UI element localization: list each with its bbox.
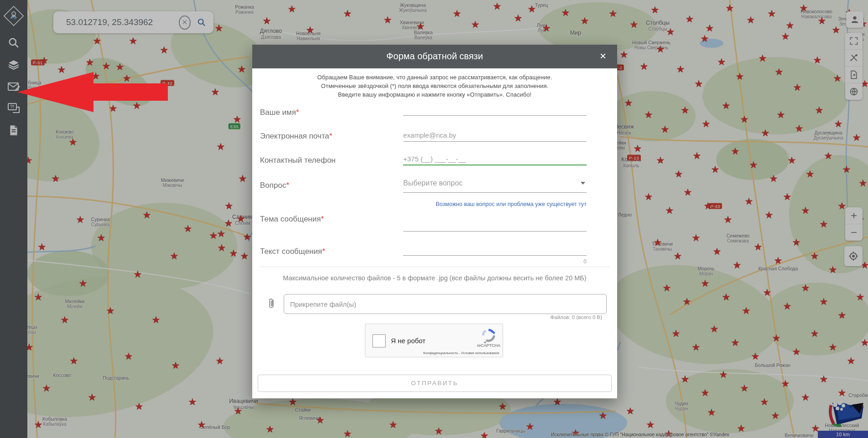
recaptcha-privacy-links[interactable]: Конфиденциальность - Условия использован…: [423, 351, 499, 355]
recaptcha-label: Я не робот: [391, 337, 426, 345]
question-select-value[interactable]: Выберите вопрос: [403, 179, 587, 187]
modal-header: Форма обратной связи ×: [252, 45, 617, 68]
recaptcha-logo-icon: [481, 328, 496, 343]
phone-input[interactable]: [403, 165, 587, 165]
intro-line-2: Отмеченные звёздочкой (*) поля ввода явл…: [252, 82, 617, 90]
question-label: Вопрос*: [260, 181, 289, 190]
intro-line-1: Обращаем Ваше внимание, что данный запро…: [252, 73, 617, 82]
phone-placeholder: +375 (__) ___-__-__: [403, 155, 587, 163]
feedback-form-modal: Форма обратной связи × Обращаем Ваше вни…: [252, 45, 617, 398]
question-select[interactable]: [403, 192, 587, 193]
email-placeholder: example@nca.by: [403, 131, 587, 139]
close-icon[interactable]: ×: [600, 51, 606, 62]
name-input[interactable]: [403, 115, 587, 116]
email-input[interactable]: [403, 141, 587, 142]
name-label: Ваше имя*: [260, 108, 299, 117]
phone-label: Контактный телефон: [260, 156, 336, 165]
subject-input[interactable]: [403, 231, 587, 232]
files-status-text: Файлов: 0 (всего 0 В): [551, 314, 602, 320]
recaptcha-widget: Я не робот reCAPTCHA Конфиденциальность …: [365, 324, 503, 357]
files-hint-text: Максимальное количество файлов - 5 в фор…: [252, 274, 617, 282]
section-divider: [259, 267, 610, 267]
chevron-down-icon[interactable]: [581, 182, 585, 185]
message-label: Текст сообщения*: [260, 247, 325, 256]
email-label: Электронная почта*: [260, 132, 332, 141]
message-char-counter: 0: [583, 258, 587, 265]
faq-existing-link[interactable]: Возможно ваш вопрос или проблема уже сущ…: [436, 201, 587, 207]
message-input[interactable]: [403, 255, 587, 256]
paperclip-icon: [267, 298, 275, 309]
attach-placeholder: Прикрепите файл(ы): [290, 300, 356, 308]
submit-button[interactable]: ОТПРАВИТЬ: [258, 375, 612, 392]
modal-intro-text: Обращаем Ваше внимание, что данный запро…: [252, 73, 617, 99]
map-application: РожанкаРажанкаЖуковщинаЖукоўшчынаТурецНо…: [0, 0, 868, 438]
intro-line-3: Введите вашу информацию и нажмите кнопку…: [252, 90, 617, 99]
recaptcha-brand-text: reCAPTCHA: [477, 343, 499, 348]
attach-files-input[interactable]: Прикрепите файл(ы): [284, 294, 607, 314]
subject-label: Тема сообщения*: [260, 215, 324, 224]
recaptcha-checkbox[interactable]: [372, 334, 386, 348]
modal-title: Форма обратной связи: [252, 51, 617, 62]
